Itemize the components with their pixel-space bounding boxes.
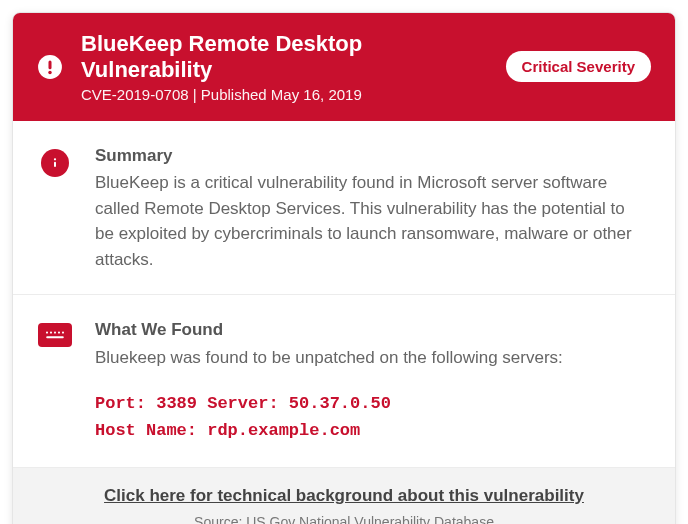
summary-icon-wrap (37, 143, 73, 273)
severity-badge: Critical Severity (506, 51, 651, 82)
header-text-block: BlueKeep Remote Desktop Vulnerability CV… (81, 31, 488, 103)
card-footer: Click here for technical background abou… (13, 468, 675, 524)
alert-icon (37, 54, 63, 80)
vulnerability-subline: CVE-2019-0708 | Published May 16, 2019 (81, 86, 488, 103)
found-icon-wrap (37, 317, 73, 444)
svg-point-6 (50, 332, 52, 334)
svg-point-2 (48, 71, 51, 74)
keyboard-icon (38, 323, 72, 347)
svg-point-3 (54, 158, 56, 160)
svg-point-5 (46, 332, 48, 334)
vulnerability-card: BlueKeep Remote Desktop Vulnerability CV… (12, 12, 676, 524)
card-header: BlueKeep Remote Desktop Vulnerability CV… (13, 13, 675, 121)
svg-rect-4 (54, 161, 56, 166)
summary-text: BlueKeep is a critical vulnerability fou… (95, 170, 647, 272)
summary-section: Summary BlueKeep is a critical vulnerabi… (13, 121, 675, 296)
svg-rect-10 (46, 336, 64, 338)
info-icon (41, 149, 69, 177)
found-section: What We Found Bluekeep was found to be u… (13, 295, 675, 467)
found-heading: What We Found (95, 317, 647, 343)
svg-point-8 (58, 332, 60, 334)
found-text: Bluekeep was found to be unpatched on th… (95, 345, 647, 371)
svg-point-9 (62, 332, 64, 334)
technical-background-link[interactable]: Click here for technical background abou… (104, 486, 584, 505)
found-body: What We Found Bluekeep was found to be u… (95, 317, 647, 444)
found-details: Port: 3389 Server: 50.37.0.50 Host Name:… (95, 390, 647, 444)
summary-heading: Summary (95, 143, 647, 169)
svg-rect-1 (48, 60, 51, 69)
found-detail-line-2: Host Name: rdp.example.com (95, 417, 647, 444)
svg-point-7 (54, 332, 56, 334)
summary-body: Summary BlueKeep is a critical vulnerabi… (95, 143, 647, 273)
found-detail-line-1: Port: 3389 Server: 50.37.0.50 (95, 390, 647, 417)
vulnerability-title: BlueKeep Remote Desktop Vulnerability (81, 31, 488, 84)
footer-source: Source: US Gov National Vulnerability Da… (37, 514, 651, 524)
